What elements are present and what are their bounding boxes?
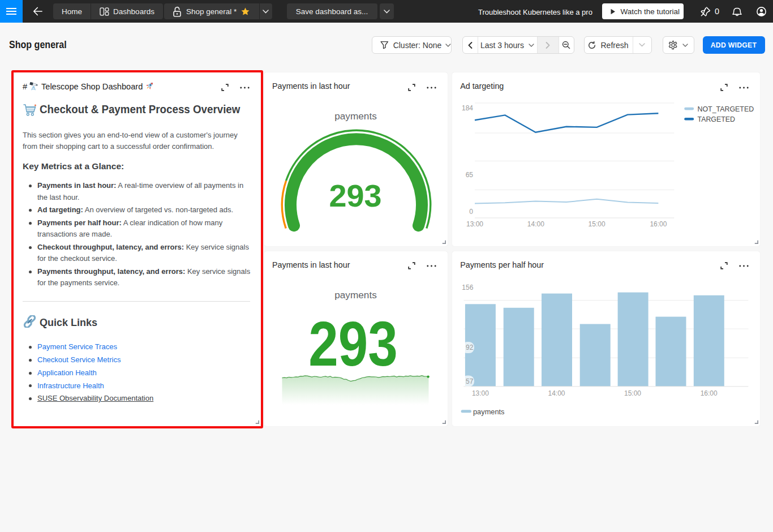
svg-text:14:00: 14:00 <box>548 389 565 397</box>
svg-text:16:00: 16:00 <box>700 389 717 397</box>
svg-text:15:00: 15:00 <box>624 389 641 397</box>
svg-text:0: 0 <box>469 208 473 216</box>
svg-text:65: 65 <box>465 171 473 179</box>
svg-text:payments: payments <box>473 407 504 415</box>
svg-text:57: 57 <box>466 377 474 385</box>
svg-text:15:00: 15:00 <box>588 220 605 228</box>
svg-text:184: 184 <box>462 104 473 112</box>
svg-text:156: 156 <box>462 283 473 291</box>
svg-text:92: 92 <box>466 344 474 351</box>
svg-text:13:00: 13:00 <box>471 389 488 397</box>
svg-text:16:00: 16:00 <box>650 220 667 228</box>
svg-text:NOT_TARGETED: NOT_TARGETED <box>697 105 754 113</box>
svg-text:293: 293 <box>329 178 381 213</box>
svg-text:14:00: 14:00 <box>527 220 544 228</box>
svg-text:TARGETED: TARGETED <box>697 115 735 123</box>
svg-text:13:00: 13:00 <box>466 220 483 228</box>
